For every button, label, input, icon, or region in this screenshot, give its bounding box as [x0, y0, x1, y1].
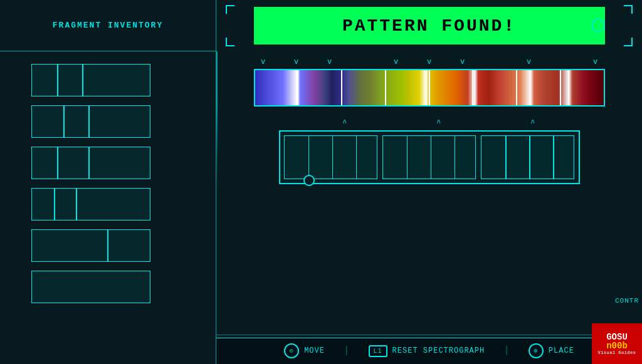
placement-fragment-1[interactable] — [284, 135, 377, 179]
placement-arrow: ^ — [392, 119, 486, 128]
separator: | — [344, 345, 350, 356]
placement-arrows: ^ ^ ^ — [279, 119, 580, 128]
corner-decoration-br — [624, 38, 633, 46]
pattern-found-text: PATTERN FOUND! — [342, 16, 516, 36]
list-item[interactable] — [31, 105, 150, 138]
pattern-found-box: PATTERN FOUND! — [254, 7, 605, 44]
arrow-indicator — [357, 58, 369, 66]
arrow-indicator: v — [290, 58, 303, 66]
spectrum-divider — [342, 70, 386, 105]
place-control: ⊗ PLACE — [529, 343, 574, 358]
arrow-indicator — [556, 58, 569, 66]
contr-label: CONTR — [615, 297, 639, 304]
arrow-indicator: v — [456, 58, 469, 66]
frag-divider — [308, 136, 310, 179]
corner-decoration-tl — [226, 5, 234, 14]
arrow-indicator: v — [589, 58, 602, 66]
noob-text: n00b — [606, 341, 628, 350]
placement-arrow: ^ — [486, 119, 580, 128]
place-label: PLACE — [549, 346, 574, 355]
move-label: MOVE — [304, 346, 325, 355]
visual-guides-text: Visual Guides — [597, 350, 636, 355]
spectrum-container: v v v v v v v v — [254, 58, 605, 107]
bottom-bar: CONTR ⊙ MOVE | L1 RESET SPECTROGRAPH | ⊗… — [216, 314, 642, 364]
frag-divider — [529, 136, 530, 179]
list-item[interactable] — [31, 229, 150, 262]
arrow-indicator: v — [257, 58, 270, 66]
frag-divider — [407, 136, 408, 179]
reset-button-icon[interactable]: L1 — [369, 345, 387, 357]
fragment-list — [0, 51, 216, 316]
spectrum-divider — [517, 70, 561, 105]
spectrum-divider — [255, 70, 299, 105]
main-container: FRAGMENT INVENTORY ⬡ PATTERN FOUND! ⬡ — [0, 0, 642, 364]
placement-fragments — [279, 130, 580, 184]
arrow-indicator: v — [390, 58, 403, 66]
spectrum-divider — [386, 70, 430, 105]
reset-control: L1 RESET SPECTROGRAPH — [369, 345, 485, 357]
spectrum-divider — [298, 70, 342, 105]
left-panel-header: FRAGMENT INVENTORY — [0, 0, 216, 51]
frag-divider — [553, 136, 554, 179]
corner-decoration-tr — [624, 5, 633, 14]
arrow-indicator: v — [324, 58, 336, 66]
list-item[interactable] — [31, 271, 150, 303]
separator: | — [503, 345, 510, 356]
move-button-icon[interactable]: ⊙ — [284, 343, 299, 358]
pattern-header: ⬡ PATTERN FOUND! ⬡ — [223, 0, 636, 51]
spectrum-divider — [430, 70, 474, 105]
frag-divider — [332, 136, 334, 179]
left-panel: FRAGMENT INVENTORY — [0, 0, 216, 364]
frag-divider — [455, 136, 456, 179]
corner-decoration-bl — [226, 38, 234, 46]
gosu-logo: GOSU n00b Visual Guides — [592, 323, 642, 364]
placement-fragment-3[interactable] — [481, 135, 574, 179]
fragment-inventory-title: FRAGMENT INVENTORY — [53, 21, 163, 30]
spectrograph-area: v v v v v v v v — [216, 51, 642, 314]
hex-right-icon: ⬡ — [586, 13, 611, 38]
move-control: ⊙ MOVE — [284, 343, 325, 358]
arrow-indicator — [490, 58, 502, 66]
controls-bar: ⊙ MOVE | L1 RESET SPECTROGRAPH | ⊗ PLACE — [216, 338, 642, 364]
place-button-icon[interactable]: ⊗ — [529, 343, 544, 358]
spectrum-dividers — [255, 70, 604, 105]
placement-arrow: ^ — [298, 119, 392, 128]
placement-area: ^ ^ ^ — [279, 119, 580, 184]
list-item[interactable] — [31, 188, 150, 221]
right-panel: ⬡ PATTERN FOUND! ⬡ v v v v v v v — [216, 0, 642, 364]
reset-label: RESET SPECTROGRAPH — [392, 346, 485, 355]
arrow-indicator: v — [523, 58, 535, 66]
frag-divider — [431, 136, 432, 179]
panel-border — [216, 51, 218, 314]
arrow-indicator: v — [423, 58, 436, 66]
spectrum-bar — [254, 69, 605, 107]
list-item[interactable] — [31, 64, 150, 96]
spectrum-divider — [473, 70, 517, 105]
frag-divider — [356, 136, 357, 179]
contr-area: CONTR — [216, 314, 642, 335]
bottom-line — [216, 335, 642, 338]
list-item[interactable] — [31, 147, 150, 179]
placement-fragment-2[interactable] — [382, 135, 476, 179]
gosu-text: GOSU — [606, 333, 628, 341]
spectrum-arrows-top: v v v v v v v v — [254, 58, 605, 66]
circle-indicator — [303, 175, 315, 186]
frag-divider — [505, 136, 507, 179]
spectrum-divider — [561, 70, 604, 105]
